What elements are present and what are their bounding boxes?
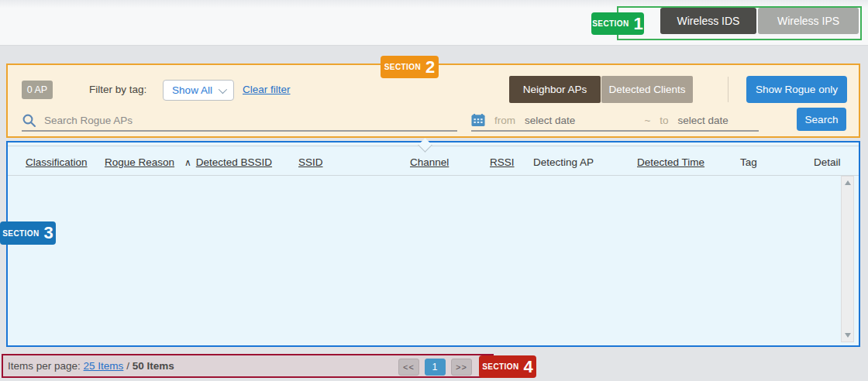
date-from-input[interactable]: select date: [525, 115, 635, 126]
prev-page-button[interactable]: <<: [398, 359, 419, 376]
col-detecting-ap: Detecting AP: [533, 156, 594, 168]
tag-dropdown-value: Show All: [172, 84, 212, 96]
items-separator: /: [126, 360, 129, 372]
section-1-badge: SECTION 1: [591, 12, 644, 35]
scroll-up-icon[interactable]: [842, 177, 853, 189]
rogue-ap-table: Classification Rogue Reason ∧Detected BS…: [6, 141, 860, 347]
section-2-badge: SECTION 2: [381, 56, 439, 78]
sort-ascending-icon: ∧: [184, 157, 191, 168]
section-4-badge: SECTION 4: [479, 355, 536, 378]
pagination-bar: Items per page: 25 Items / 50 Items << 1…: [2, 354, 494, 378]
search-rogue-aps-input[interactable]: [44, 115, 457, 126]
calendar-icon: [471, 113, 485, 127]
rogue-ap-search-field[interactable]: [22, 110, 457, 132]
tab-wireless-ips[interactable]: Wireless IPS: [758, 8, 859, 34]
date-range-separator: ~: [644, 115, 650, 126]
show-rogue-only-button[interactable]: Show Rogue only: [746, 76, 847, 103]
neighbor-aps-tab[interactable]: Neighbor APs: [509, 76, 601, 103]
filter-by-tag-label: Filter by tag:: [89, 84, 146, 95]
current-page-button[interactable]: 1: [425, 359, 446, 376]
col-detail: Detail: [814, 156, 841, 168]
col-detected-time[interactable]: Detected Time: [637, 156, 704, 168]
col-channel[interactable]: Channel: [410, 156, 449, 168]
tab-wireless-ids[interactable]: Wireless IDS: [660, 8, 756, 34]
detected-clients-tab[interactable]: Detected Clients: [601, 76, 693, 103]
vertical-scrollbar[interactable]: [841, 176, 854, 342]
next-page-button[interactable]: >>: [451, 359, 472, 376]
col-detected-bssid[interactable]: ∧Detected BSSID: [184, 156, 272, 168]
search-button[interactable]: Search: [797, 108, 846, 131]
date-range-field[interactable]: from select date ~ to select date: [471, 110, 759, 132]
date-to-label: to: [660, 115, 668, 126]
search-icon: [22, 113, 36, 128]
col-classification[interactable]: Classification: [26, 156, 88, 168]
clear-filter-link[interactable]: Clear filter: [243, 84, 291, 95]
ap-count-badge: 0 AP: [22, 81, 53, 99]
vertical-divider: [728, 77, 728, 102]
total-items-label: 50 Items: [133, 360, 174, 372]
col-ssid[interactable]: SSID: [298, 156, 323, 168]
col-rogue-reason[interactable]: Rogue Reason: [105, 156, 174, 168]
col-tag: Tag: [740, 156, 757, 168]
table-body-empty: [8, 176, 839, 345]
items-per-page-label: Items per page:: [8, 360, 81, 372]
scroll-down-icon[interactable]: [842, 329, 853, 342]
table-header-row: Classification Rogue Reason ∧Detected BS…: [8, 146, 859, 175]
section-3-badge: SECTION 3: [0, 221, 56, 245]
col-rssi[interactable]: RSSI: [490, 156, 515, 168]
chevron-down-icon: [219, 84, 227, 93]
items-per-page-line: Items per page: 25 Items / 50 Items: [8, 360, 174, 372]
tag-filter-dropdown[interactable]: Show All: [163, 80, 234, 101]
date-from-label: from: [494, 115, 515, 126]
page-size-link[interactable]: 25 Items: [84, 360, 124, 372]
date-to-input[interactable]: select date: [678, 115, 759, 126]
top-header-bar: Wireless IDS Wireless IPS: [0, 0, 868, 46]
